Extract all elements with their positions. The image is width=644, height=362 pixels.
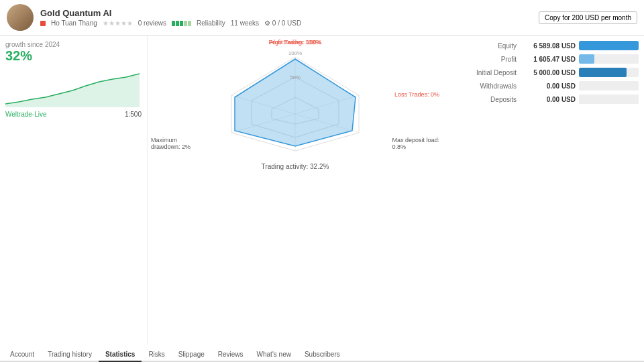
left-panel: growth since 2024 32% Weltrade-Live 1:50… — [0, 36, 148, 345]
broker-dot — [40, 21, 46, 26]
growth-label: growth since 2024 — [5, 41, 142, 48]
withdrawals-bar — [579, 81, 639, 90]
stars: ★★★★★ — [103, 19, 133, 27]
copy-button[interactable]: Copy for 200 USD per month — [539, 11, 637, 24]
deposits-value: 0.00 USD — [522, 96, 579, 103]
tab-trading-history[interactable]: Trading history — [41, 348, 99, 362]
svg-text:100%: 100% — [288, 50, 302, 56]
loss-trades-label: Loss Trades: 0% — [394, 91, 439, 98]
initial-deposit-row: Initial Deposit 5 000.00 USD — [448, 68, 639, 77]
tab-subscribers[interactable]: Subscribers — [298, 348, 347, 362]
reliability-bar — [172, 21, 191, 26]
profit-label: Profit — [448, 56, 522, 63]
main-section: growth since 2024 32% Weltrade-Live 1:50… — [0, 36, 644, 345]
center-panel: Algo trading: 100% 100% 50% — [148, 36, 443, 345]
growth-value: 32% — [5, 48, 142, 64]
tab-reviews[interactable]: Reviews — [211, 348, 250, 362]
initial-deposit-bar — [579, 68, 639, 77]
author-name: Ho Tuan Thang — [51, 19, 97, 27]
trading-activity-label: Trading activity: 32.2% — [151, 163, 439, 170]
weeks-info: 11 weeks — [231, 19, 259, 27]
equity-bar — [579, 41, 639, 50]
deposits-label: Deposits — [448, 96, 522, 103]
max-deposit-label: Max deposit load:0.8% — [392, 137, 439, 150]
broker-info: Weltrade-Live 1:500 — [5, 111, 142, 118]
tab-whats-new[interactable]: What's new — [250, 348, 298, 362]
leverage: 1:500 — [125, 111, 142, 118]
withdrawals-label: Withdrawals — [448, 82, 522, 90]
initial-deposit-value: 5 000.00 USD — [522, 69, 579, 76]
equity-label: Equity — [448, 42, 522, 50]
svg-text:50%: 50% — [290, 74, 301, 80]
tabs-bar: Account Trading history Statistics Risks… — [0, 348, 644, 362]
profit-bar-fill — [579, 54, 594, 64]
tab-account[interactable]: Account — [3, 348, 41, 362]
svg-marker-0 — [5, 74, 140, 107]
equity-value: 6 589.08 USD — [522, 42, 579, 50]
equity-row: Equity 6 589.08 USD — [448, 41, 639, 50]
deposits-row: Deposits 0.00 USD — [448, 95, 639, 104]
initial-deposit-bar-fill — [579, 68, 627, 77]
trades-info: ⚙ 0 / 0 USD — [264, 19, 301, 27]
reviews: 0 reviews — [138, 19, 166, 27]
profit-bar — [579, 54, 639, 64]
equity-bar-fill — [579, 41, 639, 50]
profit-value: 1 605.47 USD — [522, 56, 579, 63]
svg-marker-7 — [235, 59, 356, 146]
right-panel: Equity 6 589.08 USD Profit 1 605.47 USD … — [443, 36, 644, 345]
header-sub: Ho Tuan Thang ★★★★★ 0 reviews Reliabilit… — [40, 19, 532, 27]
profit-trades-label: Profit Trades: 100% — [268, 39, 321, 46]
withdrawals-row: Withdrawals 0.00 USD — [448, 81, 639, 90]
header-info: Gold Quantum AI Ho Tuan Thang ★★★★★ 0 re… — [40, 8, 532, 27]
broker-link[interactable]: Weltrade-Live — [5, 111, 47, 118]
withdrawals-value: 0.00 USD — [522, 82, 579, 90]
deposits-bar — [579, 95, 639, 104]
mini-chart — [5, 67, 142, 107]
header: Gold Quantum AI Ho Tuan Thang ★★★★★ 0 re… — [0, 0, 644, 36]
bot-title: Gold Quantum AI — [40, 8, 532, 18]
profit-row: Profit 1 605.47 USD — [448, 54, 639, 64]
reliability-label: Reliability — [197, 19, 225, 27]
tab-statistics[interactable]: Statistics — [99, 348, 142, 362]
tab-slippage[interactable]: Slippage — [172, 348, 211, 362]
tab-risks[interactable]: Risks — [142, 348, 171, 362]
max-drawdown-label: Maximumdrawdown: 2% — [151, 137, 191, 150]
avatar — [7, 4, 34, 31]
initial-deposit-label: Initial Deposit — [448, 69, 522, 76]
